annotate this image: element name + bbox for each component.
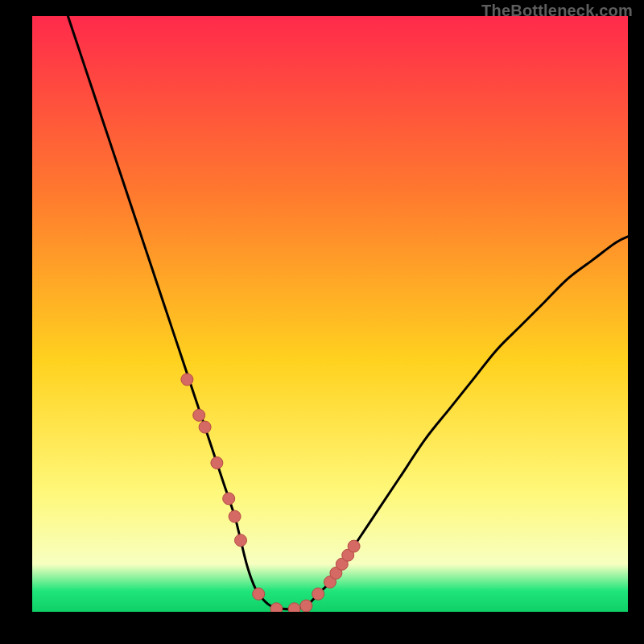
- marker-point: [288, 603, 300, 612]
- marker-point: [193, 409, 205, 421]
- marker-point: [223, 493, 235, 505]
- marker-point: [348, 540, 360, 552]
- marker-point: [253, 588, 265, 600]
- marker-point: [229, 510, 241, 522]
- marker-point: [199, 421, 211, 433]
- marker-point: [235, 535, 247, 547]
- plot-area: [32, 16, 628, 612]
- marker-point: [181, 374, 193, 386]
- marker-point: [312, 588, 324, 600]
- gradient-background: [32, 16, 628, 612]
- watermark-label: TheBottleneck.com: [481, 2, 633, 20]
- marker-point: [300, 600, 312, 612]
- marker-point: [211, 457, 223, 469]
- marker-point: [270, 603, 283, 612]
- chart-frame: TheBottleneck.com: [0, 0, 644, 644]
- plot-svg: [32, 16, 628, 612]
